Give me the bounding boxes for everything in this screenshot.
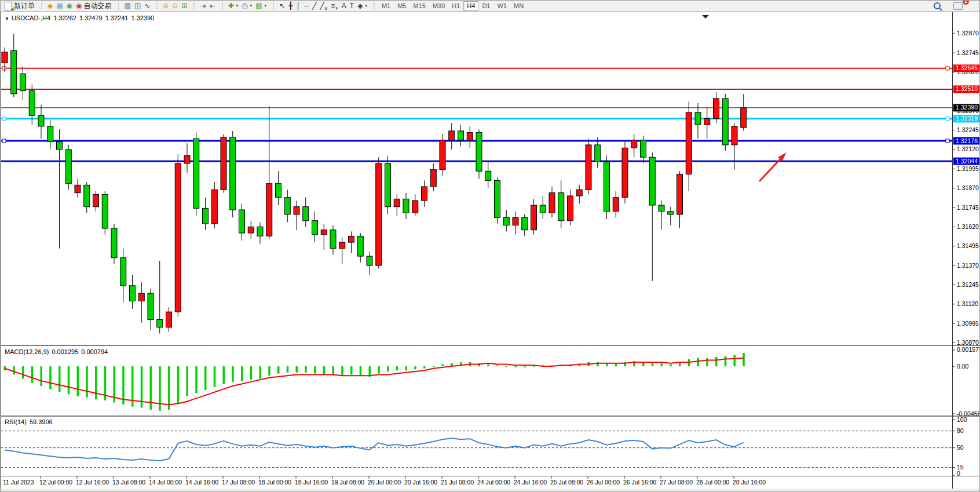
candle [422, 187, 427, 201]
fibonacci-button[interactable]: ≡F [330, 1, 340, 11]
svg-text:12 Jul 16:00: 12 Jul 16:00 [76, 479, 109, 486]
search-button[interactable] [932, 1, 942, 11]
candle [221, 137, 226, 190]
price-badge: 1.32645 [956, 64, 978, 71]
autotrading-button-label: 自动交易 [84, 1, 112, 11]
timeframe-mn[interactable]: MN [510, 1, 527, 11]
timeframe-group: M1M5M15M30H1H4D1W1MN [371, 1, 529, 12]
symbol-period-label: USDCAD-,H4 [12, 14, 50, 21]
candle [184, 156, 190, 163]
channel-button[interactable]: ╱E [319, 1, 330, 11]
candle [175, 163, 181, 312]
candle [93, 194, 99, 206]
candle [38, 115, 44, 126]
svg-text:19 Jul 08:00: 19 Jul 08:00 [331, 479, 364, 486]
svg-text:27 Jul 08:00: 27 Jul 08:00 [660, 479, 693, 486]
toolbar-group: 新订单 [1, 1, 39, 12]
crosshair-button[interactable]: ╂ [287, 1, 294, 11]
line-chart-button[interactable]: ∿ [142, 1, 152, 11]
horizontal-line-button[interactable]: ─ [302, 1, 311, 11]
candle [476, 133, 482, 172]
equidistant-channel-icon-sub: E [325, 6, 328, 11]
chart-shift-button[interactable]: ⇤ [208, 1, 217, 11]
compress-button[interactable]: ◆ [46, 1, 54, 11]
svg-text:11 Jul 2023: 11 Jul 2023 [3, 479, 34, 486]
candle [157, 320, 163, 327]
candle [741, 108, 747, 127]
svg-text:0: 0 [957, 470, 960, 477]
candle [193, 139, 199, 208]
svg-text:1.30870: 1.30870 [957, 339, 979, 346]
zoom-out-button[interactable]: ⊖ [170, 1, 180, 11]
new-order-icon [5, 2, 12, 10]
timeframe-m5[interactable]: M5 [394, 1, 409, 11]
rsi-name: RSI(14) [5, 418, 27, 425]
candle [357, 236, 363, 256]
svg-text:18 Jul 00:00: 18 Jul 00:00 [258, 479, 291, 486]
candle [130, 286, 136, 301]
svg-text:1.31995: 1.31995 [957, 165, 979, 172]
svg-text:12 Jul 00:00: 12 Jul 00:00 [39, 479, 72, 486]
price-badge: 1.32319 [956, 115, 978, 122]
zoom-in-button[interactable]: ⊕ [161, 1, 170, 11]
chat-button[interactable]: 1 [952, 1, 964, 11]
svg-text:1.32245: 1.32245 [957, 126, 979, 133]
clock-icon: ◷ [242, 1, 247, 11]
candle [430, 170, 436, 187]
close-value: 1.32390 [131, 14, 154, 21]
signals-button[interactable]: ◉ [65, 1, 74, 11]
candle [148, 293, 153, 319]
candle [303, 207, 309, 221]
auto-scroll-button[interactable]: ⇥ [198, 1, 207, 11]
timeframe-m1[interactable]: M1 [378, 1, 394, 11]
tile-windows-button[interactable]: ⊞ [180, 1, 189, 11]
vertical-line-button[interactable]: │ [294, 1, 302, 11]
candle [686, 112, 692, 174]
cursor-button[interactable]: ↖ [277, 1, 287, 11]
chart-canvas[interactable]: 1.328701.327451.326201.324951.323701.322… [1, 1, 980, 492]
candlestick-chart-icon: ◫ [134, 1, 141, 11]
svg-text:100: 100 [957, 416, 967, 423]
templates-button[interactable]: ▧▾ [254, 1, 268, 11]
arrows-button[interactable]: ◈▾ [356, 1, 369, 11]
new-order-button[interactable]: 新订单 [3, 1, 36, 11]
svg-text:18 Jul 16:00: 18 Jul 16:00 [295, 479, 328, 486]
candle [257, 227, 263, 236]
toolbar-group: ↖╂│─╱╱E≡FAT◈▾ [270, 1, 371, 12]
terminal-button[interactable]: ▦ [54, 1, 64, 11]
timeframe-d1[interactable]: D1 [478, 1, 493, 11]
periods-button[interactable]: ◷▾ [240, 1, 254, 11]
macd-label: MACD(12,26,9)0.0012950.000794 [5, 348, 111, 355]
timeframe-m15[interactable]: M15 [409, 1, 429, 11]
candle [394, 199, 400, 206]
candle [576, 189, 582, 196]
candle [57, 142, 63, 150]
timeframe-w1[interactable]: W1 [493, 1, 510, 11]
bar-chart-button[interactable]: ▥ [123, 1, 133, 11]
timeframe-m30[interactable]: M30 [429, 1, 448, 11]
candlestick-chart-button[interactable]: ◫ [133, 1, 142, 11]
svg-text:1.31620: 1.31620 [957, 223, 979, 230]
text-label-button[interactable]: T [348, 1, 356, 11]
indicators-button[interactable]: ✚▾ [226, 1, 240, 11]
candle [695, 112, 701, 125]
svg-text:17 Jul 08:00: 17 Jul 08:00 [222, 479, 255, 486]
candle [230, 137, 236, 210]
svg-text:25 Jul 08:00: 25 Jul 08:00 [550, 479, 583, 486]
svg-text:26 Jul 16:00: 26 Jul 16:00 [623, 479, 656, 486]
zoom-out-icon: ⊖ [172, 1, 178, 11]
search-icon [934, 2, 941, 9]
text-button[interactable]: A [340, 1, 348, 11]
autotrading-button[interactable]: ◉自动交易 [74, 1, 113, 11]
timeframe-h4[interactable]: H4 [463, 1, 478, 11]
toolbar-group: ⇥⇤ [191, 1, 219, 12]
candle [458, 131, 464, 140]
text-label-icon: T [350, 1, 354, 11]
terminal-icon: ▦ [56, 1, 63, 11]
collapse-icon[interactable]: ▼ [5, 16, 9, 21]
toolbar-group: ▥◫∿ [116, 1, 155, 12]
price-badge: 1.32390 [956, 104, 978, 111]
svg-text:21 Jul 08:00: 21 Jul 08:00 [441, 479, 474, 486]
trendline-button[interactable]: ╱ [310, 1, 318, 11]
timeframe-h1[interactable]: H1 [448, 1, 463, 11]
